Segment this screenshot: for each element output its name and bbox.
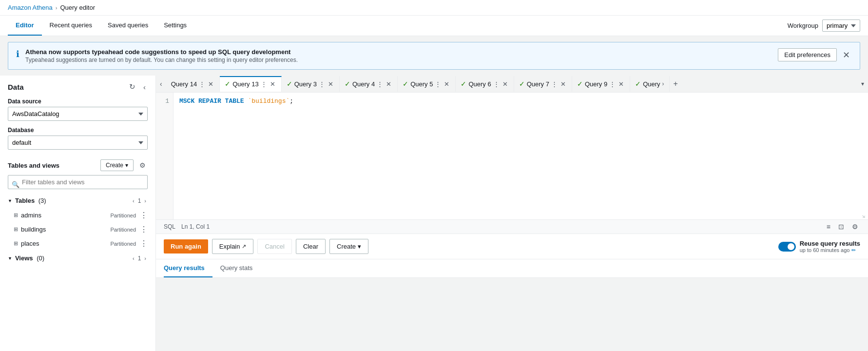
query-tab-last[interactable]: ✓ Query › xyxy=(630,76,669,92)
query-tab-menu-icon[interactable]: ⋮ xyxy=(261,80,267,88)
views-page-nav: ‹ 1 › xyxy=(131,255,148,262)
status-bar-right: ≡ ⊡ ⚙ xyxy=(825,222,860,232)
views-label: Views (0) xyxy=(15,254,44,262)
views-next-page-button[interactable]: › xyxy=(143,255,148,262)
views-prev-page-button[interactable]: ‹ xyxy=(131,255,136,262)
query-tab-menu-icon[interactable]: ⋮ xyxy=(551,80,558,88)
query-tab-14[interactable]: Query 14 ⋮ ✕ xyxy=(166,77,220,92)
query-tab-close-button[interactable]: ✕ xyxy=(207,81,214,87)
query-tab-label: Query 7 xyxy=(527,80,549,88)
query-tabs-bar: ‹ Query 14 ⋮ ✕ ✓ Query 13 ⋮ ✕ ✓ Query 3 … xyxy=(156,76,868,93)
run-again-button[interactable]: Run again xyxy=(164,239,208,254)
tab-editor[interactable]: Editor xyxy=(8,16,42,36)
query-tab-9[interactable]: ✓ Query 9 ⋮ ✕ xyxy=(572,76,630,92)
table-expand-icon: ⊞ xyxy=(14,240,18,247)
clear-button[interactable]: Clear xyxy=(296,239,326,254)
query-tab-7[interactable]: ✓ Query 7 ⋮ ✕ xyxy=(514,76,572,92)
create-button[interactable]: Create ▾ xyxy=(100,159,134,171)
database-select[interactable]: default xyxy=(8,136,148,150)
edit-preferences-button[interactable]: Edit preferences xyxy=(778,48,837,61)
database-section: Database default xyxy=(0,127,155,156)
query-tab-5[interactable]: ✓ Query 5 ⋮ ✕ xyxy=(398,76,456,92)
query-tab-menu-icon[interactable]: ⋮ xyxy=(199,80,205,88)
explain-button[interactable]: Explain ↗ xyxy=(212,239,254,254)
code-editor[interactable]: 1 MSCK REPAIR TABLE `buildings`; ⇲ xyxy=(156,93,868,219)
table-menu-icon[interactable]: ⋮ xyxy=(140,225,148,234)
banner-close-button[interactable]: ✕ xyxy=(841,51,852,59)
tables-section-label: Tables and views xyxy=(8,162,59,169)
reuse-results-toggle[interactable] xyxy=(778,242,796,252)
info-banner: ℹ Athena now supports typeahead code sug… xyxy=(8,42,860,70)
resize-handle[interactable]: ⇲ xyxy=(862,214,868,219)
query-tab-label: Query 4 xyxy=(352,80,375,88)
filter-search-icon: 🔍 xyxy=(12,180,19,188)
query-tab-close-button[interactable]: ✕ xyxy=(385,81,392,87)
table-name: admins xyxy=(21,212,41,219)
editor-area: ‹ Query 14 ⋮ ✕ ✓ Query 13 ⋮ ✕ ✓ Query 3 … xyxy=(156,76,868,351)
breadcrumb-separator: › xyxy=(56,5,58,11)
query-tab-close-button[interactable]: ✕ xyxy=(269,81,276,87)
create-label: Create xyxy=(337,243,356,250)
wrap-button[interactable]: ⊡ xyxy=(836,222,846,232)
filter-input-wrap: 🔍 xyxy=(0,175,155,193)
data-source-label: Data source xyxy=(8,98,148,105)
workgroup-select[interactable]: primary xyxy=(822,20,860,32)
data-source-select[interactable]: AwsDataCatalog xyxy=(8,107,148,121)
refresh-button[interactable]: ↻ xyxy=(127,81,137,92)
format-button[interactable]: ≡ xyxy=(825,222,832,232)
tables-toggle-icon[interactable]: ▼ xyxy=(8,198,12,203)
reuse-results-label: Reuse query results xyxy=(800,240,860,247)
results-tab-query-stats[interactable]: Query stats xyxy=(220,259,260,277)
editor-settings-button[interactable]: ⚙ xyxy=(850,222,860,232)
action-bar-left: Run again Explain ↗ Cancel Clear Create … xyxy=(164,239,368,254)
code-content[interactable]: MSCK REPAIR TABLE `buildings`; xyxy=(174,93,868,219)
query-tab-status-icon: ✓ xyxy=(225,80,231,88)
query-tab-menu-icon[interactable]: ⋮ xyxy=(493,80,500,88)
code-keyword: MSCK REPAIR TABLE xyxy=(179,98,248,105)
query-tab-4[interactable]: ✓ Query 4 ⋮ ✕ xyxy=(340,76,398,92)
breadcrumb-parent-link[interactable]: Amazon Athena xyxy=(8,4,53,11)
views-toggle-icon[interactable]: ▼ xyxy=(8,256,12,261)
tab-recent-queries[interactable]: Recent queries xyxy=(42,16,100,36)
query-tab-menu-icon[interactable]: ⋮ xyxy=(435,80,441,88)
table-item[interactable]: ⊞ admins Partitioned ⋮ xyxy=(0,208,155,222)
tables-next-page-button[interactable]: › xyxy=(143,197,148,204)
query-tab-close-button[interactable]: ✕ xyxy=(617,81,625,87)
query-tab-prev-button[interactable]: ‹ xyxy=(156,76,166,92)
collapse-sidebar-button[interactable]: ‹ xyxy=(141,81,148,92)
query-tab-menu-icon[interactable]: ⋮ xyxy=(377,80,383,88)
table-name: buildings xyxy=(21,226,46,233)
query-tab-close-button[interactable]: ✕ xyxy=(559,81,567,87)
query-tab-13[interactable]: ✓ Query 13 ⋮ ✕ xyxy=(220,76,281,92)
query-tab-close-button[interactable]: ✕ xyxy=(502,81,509,87)
results-tab-query-results[interactable]: Query results xyxy=(164,259,212,277)
create-table-button[interactable]: Create ▾ xyxy=(329,239,368,254)
query-tab-close-button[interactable]: ✕ xyxy=(443,81,450,87)
tables-settings-button[interactable]: ⚙ xyxy=(137,160,148,170)
query-tab-status-icon: ✓ xyxy=(345,80,350,88)
query-tab-6[interactable]: ✓ Query 6 ⋮ ✕ xyxy=(456,76,514,92)
more-query-tabs-button[interactable]: ▾ xyxy=(857,77,868,91)
query-tab-close-button[interactable]: ✕ xyxy=(327,81,334,87)
tab-settings[interactable]: Settings xyxy=(156,16,194,36)
query-tab-label: Query 9 xyxy=(585,80,607,88)
tables-prev-page-button[interactable]: ‹ xyxy=(131,197,136,204)
query-tab-menu-icon[interactable]: ⋮ xyxy=(319,80,325,88)
create-chevron-icon: ▾ xyxy=(358,243,361,250)
table-item[interactable]: ⊞ places Partitioned ⋮ xyxy=(0,236,155,251)
create-label: Create xyxy=(106,162,123,169)
tab-saved-queries[interactable]: Saved queries xyxy=(100,16,156,36)
table-menu-icon[interactable]: ⋮ xyxy=(140,211,148,220)
table-menu-icon[interactable]: ⋮ xyxy=(140,239,148,248)
query-tab-3[interactable]: ✓ Query 3 ⋮ ✕ xyxy=(282,76,340,92)
code-string: `buildings` xyxy=(248,98,289,105)
table-item[interactable]: ⊞ buildings Partitioned ⋮ xyxy=(0,222,155,236)
sidebar-header: Data ↻ ‹ xyxy=(0,76,155,98)
filter-tables-input[interactable] xyxy=(8,175,148,189)
views-section-header: ▼ Views (0) ‹ 1 › xyxy=(0,251,155,266)
banner-title: Athena now supports typeahead code sugge… xyxy=(25,48,772,56)
reuse-results-sub: up to 60 minutes ago ✏ xyxy=(800,247,860,254)
add-query-tab-button[interactable]: + xyxy=(670,76,682,92)
query-tab-menu-icon[interactable]: ⋮ xyxy=(609,80,616,88)
edit-reuse-button[interactable]: ✏ xyxy=(851,247,856,254)
